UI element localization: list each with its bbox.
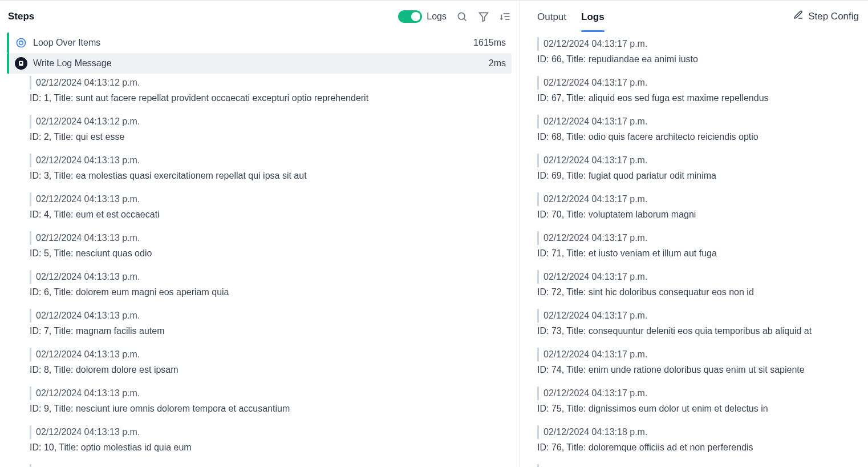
- step-config-label: Step Config: [808, 11, 859, 22]
- log-item: 02/12/2024 04:13:17 p.m.ID: 73, Title: c…: [537, 309, 858, 337]
- log-timestamp: 02/12/2024 04:13:18 p.m.: [537, 425, 858, 439]
- step-row[interactable]: Loop Over Items1615ms: [7, 33, 512, 53]
- log-item: 02/12/2024 04:13:17 p.m.ID: 68, Title: o…: [537, 115, 858, 143]
- log-timestamp: 02/12/2024 04:13:18 p.m.: [537, 464, 858, 467]
- svg-marker-2: [480, 13, 488, 21]
- log-icon: [15, 57, 27, 70]
- log-item: 02/12/2024 04:13:17 p.m.ID: 71, Title: e…: [537, 231, 858, 260]
- log-item: 02/12/2024 04:13:13 p.m.ID: 6, Title: do…: [30, 270, 507, 299]
- log-body: ID: 74, Title: enim unde ratione dolorib…: [537, 364, 858, 376]
- log-body: ID: 73, Title: consequuntur deleniti eos…: [537, 325, 858, 337]
- filter-icon[interactable]: [477, 10, 490, 23]
- log-body: ID: 70, Title: voluptatem laborum magni: [537, 208, 858, 221]
- svg-point-6: [17, 39, 26, 47]
- log-body: ID: 7, Title: magnam facilis autem: [30, 325, 507, 337]
- log-body: ID: 4, Title: eum et est occaecati: [30, 208, 507, 221]
- sort-icon[interactable]: [499, 10, 512, 23]
- log-body: ID: 75, Title: dignissimos eum dolor ut …: [537, 402, 858, 415]
- log-timestamp: 02/12/2024 04:13:13 p.m.: [30, 192, 507, 206]
- log-item: 02/12/2024 04:13:13 p.m.ID: 8, Title: do…: [30, 348, 507, 376]
- log-body: ID: 66, Title: repudiandae ea animi iust…: [537, 53, 858, 66]
- log-timestamp: 02/12/2024 04:13:13 p.m.: [30, 348, 507, 361]
- log-item: 02/12/2024 04:13:12 p.m.ID: 2, Title: qu…: [30, 115, 507, 143]
- log-timestamp: 02/12/2024 04:13:17 p.m.: [537, 76, 858, 90]
- loop-icon: [15, 37, 27, 49]
- log-timestamp: 02/12/2024 04:13:17 p.m.: [537, 309, 858, 323]
- log-item: 02/12/2024 04:13:18 p.m.ID: 77, Title: n…: [537, 464, 858, 467]
- right-panel: OutputLogs Step Config 02/12/2024 04:13:…: [520, 1, 868, 467]
- log-body: ID: 8, Title: dolorem dolore est ipsam: [30, 364, 507, 376]
- log-body: ID: 6, Title: dolorem eum magni eos aper…: [30, 286, 507, 299]
- log-item: 02/12/2024 04:13:17 p.m.ID: 66, Title: r…: [537, 37, 858, 66]
- log-timestamp: 02/12/2024 04:13:12 p.m.: [30, 76, 507, 90]
- step-label: Write Log Message: [33, 58, 483, 69]
- log-timestamp: 02/12/2024 04:13:13 p.m.: [30, 387, 507, 400]
- log-timestamp: 02/12/2024 04:13:17 p.m.: [537, 387, 858, 400]
- right-header: OutputLogs Step Config: [520, 1, 868, 33]
- log-item: 02/12/2024 04:13:17 p.m.ID: 70, Title: v…: [537, 192, 858, 221]
- log-timestamp: 02/12/2024 04:13:17 p.m.: [537, 37, 858, 51]
- svg-point-0: [458, 13, 465, 19]
- log-item: 02/12/2024 04:13:13 p.m.ID: 7, Title: ma…: [30, 309, 507, 337]
- log-timestamp: 02/12/2024 04:13:13 p.m.: [30, 270, 507, 284]
- search-icon[interactable]: [456, 10, 468, 23]
- log-timestamp: 02/12/2024 04:13:17 p.m.: [537, 348, 858, 361]
- svg-line-1: [464, 19, 467, 21]
- right-tabs: OutputLogs: [537, 2, 605, 31]
- log-timestamp: 02/12/2024 04:13:13 p.m.: [30, 464, 507, 467]
- log-item: 02/12/2024 04:13:18 p.m.ID: 76, Title: d…: [537, 425, 858, 454]
- log-timestamp: 02/12/2024 04:13:13 p.m.: [30, 309, 507, 323]
- log-item: 02/12/2024 04:13:17 p.m.ID: 75, Title: d…: [537, 387, 858, 415]
- log-body: ID: 5, Title: nesciunt quas odio: [30, 247, 507, 260]
- log-timestamp: 02/12/2024 04:13:13 p.m.: [30, 231, 507, 245]
- log-body: ID: 9, Title: nesciunt iure omnis dolore…: [30, 402, 507, 415]
- steps-scroll[interactable]: Loop Over Items1615msWrite Log Message2m…: [0, 33, 520, 467]
- step-row[interactable]: Write Log Message2ms: [7, 53, 512, 74]
- step-duration: 1615ms: [473, 38, 506, 48]
- log-timestamp: 02/12/2024 04:13:13 p.m.: [30, 154, 507, 167]
- log-item: 02/12/2024 04:13:17 p.m.ID: 69, Title: f…: [537, 154, 858, 182]
- log-body: ID: 2, Title: qui est esse: [30, 131, 507, 143]
- left-header: Steps Logs: [0, 1, 520, 33]
- log-body: ID: 76, Title: doloremque officiis ad et…: [537, 441, 858, 454]
- tab-logs[interactable]: Logs: [581, 2, 605, 31]
- log-item: 02/12/2024 04:13:17 p.m.ID: 74, Title: e…: [537, 348, 858, 376]
- log-body: ID: 68, Title: odio quis facere architec…: [537, 131, 858, 143]
- log-body: ID: 71, Title: et iusto veniam et illum …: [537, 247, 858, 260]
- log-timestamp: 02/12/2024 04:13:17 p.m.: [537, 270, 858, 284]
- app-root: Steps Logs Loop Over Items1615msWrite Lo…: [0, 0, 868, 467]
- left-toolbar: Logs: [398, 10, 512, 23]
- log-timestamp: 02/12/2024 04:13:17 p.m.: [537, 154, 858, 167]
- log-body: ID: 1, Title: sunt aut facere repellat p…: [30, 92, 507, 104]
- log-item: 02/12/2024 04:13:13 p.m.ID: 4, Title: eu…: [30, 192, 507, 221]
- log-item: 02/12/2024 04:13:17 p.m.ID: 72, Title: s…: [537, 270, 858, 299]
- step-duration: 2ms: [489, 58, 506, 69]
- log-timestamp: 02/12/2024 04:13:12 p.m.: [30, 115, 507, 128]
- steps-title: Steps: [8, 11, 34, 22]
- tab-output[interactable]: Output: [537, 2, 566, 31]
- log-body: ID: 3, Title: ea molestias quasi exercit…: [30, 170, 507, 182]
- log-timestamp: 02/12/2024 04:13:17 p.m.: [537, 192, 858, 206]
- left-panel: Steps Logs Loop Over Items1615msWrite Lo…: [0, 1, 520, 467]
- logs-toggle-label: Logs: [427, 11, 447, 22]
- log-timestamp: 02/12/2024 04:13:17 p.m.: [537, 115, 858, 128]
- log-timestamp: 02/12/2024 04:13:13 p.m.: [30, 425, 507, 439]
- log-item: 02/12/2024 04:13:13 p.m.ID: 3, Title: ea…: [30, 154, 507, 182]
- log-body: ID: 10, Title: optio molestias id quia e…: [30, 441, 507, 454]
- log-item: 02/12/2024 04:13:17 p.m.ID: 67, Title: a…: [537, 76, 858, 104]
- logs-toggle-wrap: Logs: [398, 10, 447, 23]
- right-log-scroll[interactable]: 02/12/2024 04:13:17 p.m.ID: 66, Title: r…: [520, 33, 868, 467]
- log-timestamp: 02/12/2024 04:13:17 p.m.: [537, 231, 858, 245]
- log-item: 02/12/2024 04:13:13 p.m.ID: 10, Title: o…: [30, 425, 507, 454]
- log-item: 02/12/2024 04:13:13 p.m.ID: 11, Title: e…: [30, 464, 507, 467]
- log-body: ID: 69, Title: fugiat quod pariatur odit…: [537, 170, 858, 182]
- steps-container: Loop Over Items1615msWrite Log Message2m…: [0, 33, 517, 74]
- logs-toggle[interactable]: [398, 10, 422, 23]
- edit-icon: [793, 10, 804, 23]
- step-label: Loop Over Items: [33, 38, 468, 48]
- log-item: 02/12/2024 04:13:13 p.m.ID: 5, Title: ne…: [30, 231, 507, 260]
- step-config-link[interactable]: Step Config: [793, 10, 859, 23]
- log-body: ID: 67, Title: aliquid eos sed fuga est …: [537, 92, 858, 104]
- log-body: ID: 72, Title: sint hic doloribus conseq…: [537, 286, 858, 299]
- left-log-group: 02/12/2024 04:13:12 p.m.ID: 1, Title: su…: [0, 74, 517, 467]
